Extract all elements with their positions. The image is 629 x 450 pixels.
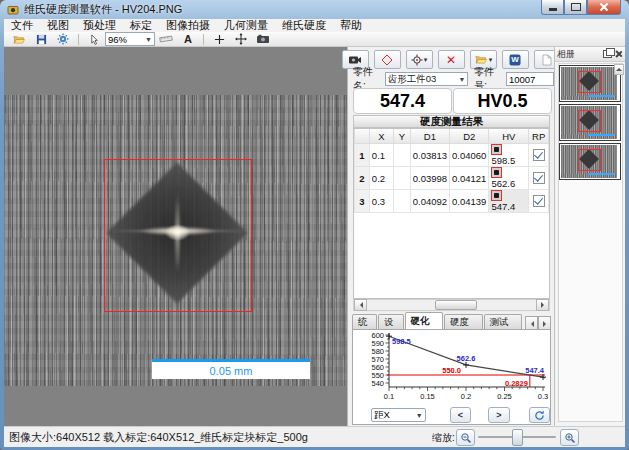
cell-rp[interactable] bbox=[529, 167, 549, 190]
close-button[interactable] bbox=[587, 0, 621, 15]
prev-point-button[interactable]: < bbox=[450, 407, 471, 423]
album-thumbnail-2[interactable] bbox=[559, 104, 621, 141]
svg-text:570: 570 bbox=[371, 355, 384, 364]
svg-text:580: 580 bbox=[371, 347, 384, 356]
settings-button[interactable] bbox=[53, 31, 73, 47]
rp-checkbox[interactable] bbox=[533, 149, 545, 161]
camera-button[interactable] bbox=[253, 31, 273, 47]
scroll-left-button[interactable] bbox=[354, 299, 367, 311]
delete-button[interactable]: ✕ bbox=[438, 50, 465, 69]
menu-item-4[interactable]: 标定 bbox=[123, 18, 159, 33]
table-hscrollbar[interactable] bbox=[353, 299, 550, 311]
col-header-D1[interactable]: D1 bbox=[410, 129, 449, 144]
scroll-right-button[interactable] bbox=[536, 299, 549, 311]
tab-统计[interactable]: 统计 bbox=[352, 314, 377, 329]
image-viewport[interactable]: 0.05 mm bbox=[4, 47, 347, 426]
table-row[interactable]: 20.20.039980.04121562.6 bbox=[355, 167, 549, 190]
tab-硬度转换[interactable]: 硬度转换 bbox=[444, 314, 483, 329]
minimize-button[interactable] bbox=[541, 0, 564, 15]
album-thumbnail-1[interactable] bbox=[559, 65, 621, 102]
text-tool-button[interactable]: A bbox=[178, 31, 198, 47]
word-report-button[interactable]: W bbox=[502, 50, 529, 69]
album-scroll-up-button[interactable] bbox=[614, 64, 624, 75]
results-table: XYD1D2HVRP10.10.038130.04060598.520.20.0… bbox=[353, 128, 550, 299]
arrow-right-icon bbox=[543, 321, 549, 327]
crosshair-button[interactable] bbox=[209, 31, 229, 47]
cell-hv[interactable]: 547.4 bbox=[489, 190, 529, 213]
col-header-Y[interactable]: Y bbox=[394, 129, 411, 144]
rp-checkbox[interactable] bbox=[533, 172, 545, 184]
table-row[interactable]: 10.10.038130.04060598.5 bbox=[355, 144, 549, 167]
specimen-image[interactable]: 0.05 mm bbox=[4, 95, 347, 386]
col-header-row[interactable] bbox=[355, 129, 370, 144]
svg-text:0.1: 0.1 bbox=[384, 392, 394, 401]
cell-idx[interactable]: 3 bbox=[355, 190, 370, 213]
maximize-button[interactable] bbox=[564, 0, 587, 15]
arrow-left-icon bbox=[357, 302, 363, 308]
status-info: 图像大小:640X512 载入标定:640X512_维氏标定块标定_500g bbox=[9, 430, 308, 445]
tab-测试参数[interactable]: 测试参数 bbox=[484, 314, 523, 329]
cell-rp[interactable] bbox=[529, 144, 549, 167]
chevron-down-icon: ▼ bbox=[142, 36, 152, 43]
auto-locate-button[interactable]: ▾ bbox=[406, 50, 433, 69]
table-row[interactable]: 30.30.040920.04139547.4 bbox=[355, 190, 549, 213]
album-thumbnail-3[interactable] bbox=[559, 143, 621, 180]
cell-x[interactable]: 0.3 bbox=[369, 190, 393, 213]
cell-idx[interactable]: 2 bbox=[355, 167, 370, 190]
svg-text:600: 600 bbox=[371, 331, 384, 340]
close-panel-button[interactable] bbox=[613, 49, 623, 59]
arrow-up-icon bbox=[616, 65, 622, 71]
open-icon bbox=[12, 34, 26, 45]
cell-d1[interactable]: 0.03998 bbox=[410, 167, 449, 190]
cell-y[interactable] bbox=[394, 144, 411, 167]
refresh-curve-button[interactable] bbox=[529, 407, 550, 423]
float-panel-button[interactable] bbox=[602, 49, 612, 59]
cell-hv[interactable]: 598.5 bbox=[489, 144, 529, 167]
zoom-slider-thumb[interactable] bbox=[512, 429, 523, 446]
tab-硬化曲线[interactable]: 硬化曲线 bbox=[405, 312, 444, 329]
cell-y[interactable] bbox=[394, 190, 411, 213]
cell-x[interactable]: 0.1 bbox=[369, 144, 393, 167]
cell-x[interactable]: 0.2 bbox=[369, 167, 393, 190]
col-header-RP[interactable]: RP bbox=[529, 129, 549, 144]
part-no-input[interactable] bbox=[506, 72, 554, 86]
cell-d1[interactable]: 0.04092 bbox=[410, 190, 449, 213]
camera-icon bbox=[256, 34, 270, 44]
curve-series-select[interactable]: 距X▼ bbox=[371, 408, 426, 422]
cell-rp[interactable] bbox=[529, 190, 549, 213]
scroll-thumb[interactable] bbox=[435, 300, 477, 310]
cell-d2[interactable]: 0.04060 bbox=[450, 144, 489, 167]
zoom-out-button[interactable] bbox=[456, 429, 475, 446]
save-button[interactable] bbox=[31, 31, 51, 47]
cell-d2[interactable]: 0.04139 bbox=[450, 190, 489, 213]
cell-d1[interactable]: 0.03813 bbox=[410, 144, 449, 167]
menu-item-8[interactable]: 帮助 bbox=[333, 18, 369, 33]
scroll-track[interactable] bbox=[367, 300, 536, 310]
cell-y[interactable] bbox=[394, 167, 411, 190]
measurement-roi-box[interactable] bbox=[104, 159, 252, 312]
prev-icon: < bbox=[458, 410, 463, 420]
rp-checkbox[interactable] bbox=[533, 195, 545, 207]
cell-d2[interactable]: 0.04121 bbox=[450, 167, 489, 190]
hardening-curve-chart: 5405505605705805906000.10.150.20.250.359… bbox=[353, 330, 550, 404]
menu-item-7[interactable]: 维氏硬度 bbox=[275, 18, 333, 33]
next-point-button[interactable]: > bbox=[488, 407, 509, 423]
col-header-D2[interactable]: D2 bbox=[450, 129, 489, 144]
cell-idx[interactable]: 1 bbox=[355, 144, 370, 167]
zoom-select[interactable]: 96%▼ bbox=[105, 32, 155, 46]
app-window: 维氏硬度测量软件 - HV204.PNG 文件视图预处理标定图像拍摄几何测量维氏… bbox=[0, 0, 629, 450]
statusbar-zoom-label: 缩放: bbox=[432, 431, 455, 445]
col-header-HV[interactable]: HV bbox=[489, 129, 529, 144]
tab-设置[interactable]: 设置 bbox=[378, 314, 403, 329]
part-name-select[interactable]: 齿形工件03▼ bbox=[385, 72, 469, 86]
zoom-in-button[interactable] bbox=[560, 429, 579, 446]
app-icon bbox=[7, 4, 19, 16]
measure-button[interactable] bbox=[156, 31, 176, 47]
select-cursor-button[interactable] bbox=[84, 31, 104, 47]
album-panel: 相册 bbox=[554, 47, 625, 426]
col-header-X[interactable]: X bbox=[369, 129, 393, 144]
open-button[interactable] bbox=[9, 31, 29, 47]
hardness-scale-readout: HV0.5 bbox=[453, 88, 552, 114]
move-button[interactable] bbox=[231, 31, 251, 47]
cell-hv[interactable]: 562.6 bbox=[489, 167, 529, 190]
